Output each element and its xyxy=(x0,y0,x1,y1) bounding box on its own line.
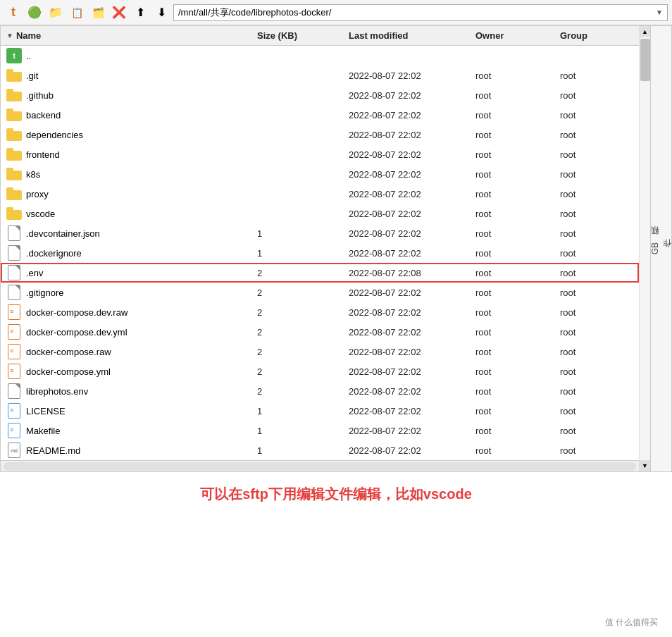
table-row[interactable]: t .. xyxy=(1,46,639,66)
table-row[interactable]: k8s 2022-08-07 22:02 root root xyxy=(1,164,639,184)
file-name-cell: Makefile xyxy=(1,423,251,438)
table-row[interactable]: .dockerignore 1 2022-08-07 22:02 root ro… xyxy=(1,243,639,263)
file-modified-cell: 2022-08-07 22:02 xyxy=(343,307,470,318)
file-size-cell: 2 xyxy=(251,307,343,318)
folder-icon xyxy=(6,127,22,142)
table-row[interactable]: .github 2022-08-07 22:02 root root xyxy=(1,85,639,105)
table-row[interactable]: Makefile 1 2022-08-07 22:02 root root xyxy=(1,421,639,440)
col-owner-header[interactable]: Owner xyxy=(470,29,554,42)
yaml-icon xyxy=(6,304,22,320)
file-name-cell: backend xyxy=(1,107,251,123)
file-group-cell: root xyxy=(554,248,639,259)
table-row[interactable]: vscode 2022-08-07 22:02 root root xyxy=(1,204,639,223)
file-name-label: docker-compose.dev.raw xyxy=(26,307,127,318)
folder-icon xyxy=(6,206,22,221)
file-name-label: Makefile xyxy=(26,426,60,436)
folder-icon xyxy=(6,68,22,83)
scroll-track xyxy=(640,37,650,460)
address-text: /mnt/all/共享/code/librephotos-docker/ xyxy=(178,6,656,19)
table-row[interactable]: docker-compose.raw 2 2022-08-07 22:02 ro… xyxy=(1,342,639,361)
file-name-label: .github xyxy=(26,90,54,101)
file-modified-cell: 2022-08-07 22:08 xyxy=(343,268,470,278)
file-owner-cell: root xyxy=(470,307,554,318)
col-group-header[interactable]: Group xyxy=(554,29,639,42)
yaml-icon xyxy=(6,344,22,359)
file-owner-cell: root xyxy=(470,70,554,81)
file-name-cell: .env xyxy=(1,265,251,280)
file-modified-cell: 2022-08-07 22:02 xyxy=(343,386,470,397)
copy-button[interactable]: 📋 xyxy=(68,4,86,22)
horizontal-scrollbar[interactable] xyxy=(1,460,639,471)
table-row[interactable]: dependencies 2022-08-07 22:02 root root xyxy=(1,125,639,144)
file-name-cell: dependencies xyxy=(1,127,251,142)
file-modified-cell: 2022-08-07 22:02 xyxy=(343,406,470,416)
file-modified-cell: 2022-08-07 22:02 xyxy=(343,248,470,259)
file-name-cell: docker-compose.yml xyxy=(1,364,251,379)
file-icon xyxy=(6,265,22,280)
file-size-cell: 2 xyxy=(251,327,343,338)
folder-icon xyxy=(6,186,22,202)
file-name-cell: .devcontainer.json xyxy=(1,225,251,241)
file-owner-cell: root xyxy=(470,268,554,278)
file-modified-cell: 2022-08-07 22:02 xyxy=(343,209,470,219)
scroll-thumb[interactable] xyxy=(640,39,650,81)
file-size-cell: 1 xyxy=(251,426,343,436)
col-size-header[interactable]: Size (KB) xyxy=(251,29,343,42)
col-name-header[interactable]: ▼ Name xyxy=(1,29,251,42)
table-row[interactable]: backend 2022-08-07 22:02 root root xyxy=(1,105,639,125)
file-name-label: backend xyxy=(26,110,61,120)
delete-button[interactable]: ❌ xyxy=(110,4,128,22)
table-row[interactable]: .gitignore 2 2022-08-07 22:02 root root xyxy=(1,283,639,302)
table-row[interactable]: frontend 2022-08-07 22:02 root root xyxy=(1,144,639,164)
table-row[interactable]: .env 2 2022-08-07 22:08 root root xyxy=(1,263,639,283)
folder-alt-button[interactable]: 🗂️ xyxy=(89,4,107,22)
file-name-cell: .gitignore xyxy=(1,285,251,300)
scroll-down-btn[interactable]: ▼ xyxy=(640,460,650,471)
folder-icon xyxy=(6,87,22,103)
file-modified-cell: 2022-08-07 22:02 xyxy=(343,189,470,199)
table-row[interactable]: librephotos.env 2 2022-08-07 22:02 root … xyxy=(1,381,639,401)
file-group-cell: root xyxy=(554,307,639,318)
download-button[interactable]: ⬇ xyxy=(152,4,170,22)
file-owner-cell: root xyxy=(470,90,554,101)
table-row[interactable]: proxy 2022-08-07 22:02 root root xyxy=(1,184,639,204)
upload-button[interactable]: ⬆ xyxy=(131,4,149,22)
file-name-label: .gitignore xyxy=(26,287,63,298)
doc-icon xyxy=(6,423,22,438)
file-name-label: librephotos.env xyxy=(26,386,88,397)
file-size-cell: 1 xyxy=(251,228,343,239)
file-size-cell: 2 xyxy=(251,268,343,278)
address-dropdown-arrow[interactable]: ▼ xyxy=(656,8,663,16)
scroll-up-btn[interactable]: ▲ xyxy=(640,26,650,37)
address-bar[interactable]: /mnt/all/共享/code/librephotos-docker/ ▼ xyxy=(173,4,668,21)
table-row[interactable]: docker-compose.dev.yml 2 2022-08-07 22:0… xyxy=(1,322,639,342)
file-group-cell: root xyxy=(554,268,639,278)
file-name-cell: docker-compose.dev.raw xyxy=(1,304,251,320)
refresh-button[interactable]: 🟢 xyxy=(25,4,44,22)
file-owner-cell: root xyxy=(470,149,554,160)
table-row[interactable]: LICENSE 1 2022-08-07 22:02 root root xyxy=(1,401,639,421)
table-row[interactable]: .devcontainer.json 1 2022-08-07 22:02 ro… xyxy=(1,223,639,243)
vertical-scrollbar[interactable]: ▲ ▼ xyxy=(639,26,650,471)
file-group-cell: root xyxy=(554,149,639,160)
file-modified-cell: 2022-08-07 22:02 xyxy=(343,287,470,298)
table-row[interactable]: md README.md 1 2022-08-07 22:02 root roo… xyxy=(1,440,639,460)
table-row[interactable]: docker-compose.yml 2 2022-08-07 22:02 ro… xyxy=(1,361,639,381)
file-group-cell: root xyxy=(554,228,639,239)
scrollbar-track xyxy=(4,462,636,471)
table-row[interactable]: .git 2022-08-07 22:02 root root xyxy=(1,66,639,85)
col-modified-header[interactable]: Last modified xyxy=(343,29,470,42)
file-owner-cell: root xyxy=(470,445,554,456)
new-folder-button[interactable]: 📁 xyxy=(46,4,65,22)
file-owner-cell: root xyxy=(470,406,554,416)
file-name-label: k8s xyxy=(26,169,40,180)
file-name-cell: md README.md xyxy=(1,443,251,458)
file-owner-cell: root xyxy=(470,209,554,219)
file-owner-cell: root xyxy=(470,347,554,357)
file-size-cell: 1 xyxy=(251,406,343,416)
file-name-label: LICENSE xyxy=(26,406,66,416)
table-row[interactable]: docker-compose.dev.raw 2 2022-08-07 22:0… xyxy=(1,302,639,322)
back-button[interactable]: t xyxy=(4,4,23,22)
file-size-cell: 2 xyxy=(251,386,343,397)
file-owner-cell: root xyxy=(470,366,554,377)
